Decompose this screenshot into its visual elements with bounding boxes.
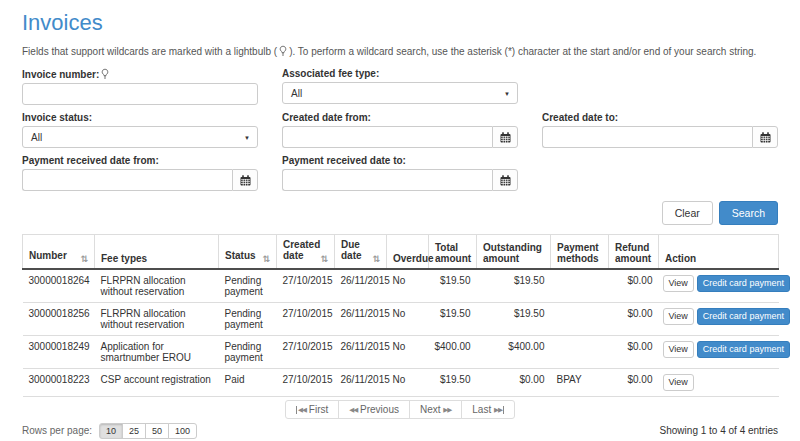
invoice-number-input[interactable] <box>22 83 258 105</box>
pagination-next-label: Next <box>420 404 441 415</box>
column-header-status[interactable]: Status⇅ <box>219 235 277 270</box>
payment-received-date-from-calendar-button[interactable] <box>232 169 258 191</box>
column-label: Outstanding amount <box>483 242 542 264</box>
column-label: Due date <box>341 239 362 261</box>
payment-received-date-to-input[interactable] <box>282 169 492 191</box>
search-actions: Clear Search <box>22 201 778 225</box>
cell-action: ViewCredit card payment <box>659 269 779 303</box>
created-date-from-input[interactable] <box>282 126 492 148</box>
table-row: 30000018256 FLRPRN allocation without re… <box>23 303 779 336</box>
cell-refund-amount: $0.00 <box>609 303 659 336</box>
invoice-status-label: Invoice status: <box>22 112 258 123</box>
rows-per-page-25-button[interactable]: 25 <box>122 423 146 439</box>
calendar-icon <box>500 132 511 143</box>
pagination-next-button[interactable]: Next ▶▶ <box>409 400 462 419</box>
cell-fee-types: FLRPRN allocation without reservation <box>95 269 219 303</box>
first-page-icon: ◀◀ <box>296 406 306 414</box>
view-button[interactable]: View <box>663 374 694 391</box>
rows-per-page-100-button[interactable]: 100 <box>168 423 197 439</box>
column-header-number[interactable]: Number⇅ <box>23 235 95 270</box>
created-date-to-calendar-button[interactable] <box>752 126 778 148</box>
column-header-action: Action <box>659 235 779 270</box>
cell-due-date: 26/11/2015 <box>335 369 387 397</box>
cell-outstanding-amount: $19.50 <box>477 269 551 303</box>
credit-card-payment-button[interactable]: Credit card payment <box>697 341 790 358</box>
created-date-from-calendar-button[interactable] <box>492 126 518 148</box>
payment-received-date-from-input[interactable] <box>22 169 232 191</box>
cell-number: 30000018223 <box>23 369 95 397</box>
sort-icon[interactable]: ⇅ <box>262 254 270 264</box>
pagination-first-label: First <box>309 404 328 415</box>
sort-icon[interactable]: ⇅ <box>372 254 380 264</box>
column-label: Overdue <box>393 253 434 264</box>
payment-received-date-to-field: Payment received date to: <box>282 155 518 191</box>
cell-status: Pending payment <box>219 303 277 336</box>
pagination-previous-label: Previous <box>360 404 399 415</box>
cell-outstanding-amount: $0.00 <box>477 369 551 397</box>
cell-payment-methods <box>551 336 609 369</box>
view-button[interactable]: View <box>663 308 694 325</box>
invoices-page: Invoices Fields that support wildcards a… <box>0 0 800 441</box>
pagination-last-label: Last <box>472 404 491 415</box>
invoice-status-select[interactable]: All ▼ <box>22 126 258 148</box>
cell-created-date: 27/10/2015 <box>277 303 335 336</box>
cell-due-date: 26/11/2015 <box>335 303 387 336</box>
wildcard-hint-suffix: ). To perform a wildcard search, use the… <box>289 46 756 57</box>
sort-icon[interactable]: ⇅ <box>80 254 88 264</box>
pagination-first-button[interactable]: ◀◀ First <box>285 400 339 419</box>
column-header-created-date[interactable]: Created date⇅ <box>277 235 335 270</box>
previous-page-icon: ◀◀ <box>349 406 357 414</box>
payment-received-date-to-label: Payment received date to: <box>282 155 518 166</box>
column-label: Total amount <box>435 242 471 264</box>
cell-due-date: 26/11/2015 <box>335 336 387 369</box>
column-header-overdue: Overdue <box>387 235 429 270</box>
rows-per-page-50-button[interactable]: 50 <box>145 423 169 439</box>
invoice-number-label-text: Invoice number: <box>22 69 99 80</box>
search-form: Invoice number: Associated fee type: All… <box>22 68 778 198</box>
cell-total-amount: $19.50 <box>429 303 477 336</box>
cell-payment-methods: BPAY <box>551 369 609 397</box>
created-date-to-input[interactable] <box>542 126 752 148</box>
rows-per-page-label: Rows per page: <box>22 425 92 436</box>
associated-fee-type-select[interactable]: All ▼ <box>282 82 518 104</box>
rows-per-page: Rows per page: 10 25 50 100 <box>22 423 197 439</box>
cell-number: 30000018249 <box>23 336 95 369</box>
column-header-outstanding-amount: Outstanding amount <box>477 235 551 270</box>
cell-action: ViewCredit card payment <box>659 336 779 369</box>
invoice-status-field: Invoice status: All ▼ <box>22 112 258 148</box>
invoice-number-field: Invoice number: <box>22 68 258 105</box>
wildcard-hint: Fields that support wildcards are marked… <box>22 45 778 57</box>
lightbulb-icon <box>101 68 109 80</box>
column-label: Number <box>29 250 67 261</box>
wildcard-hint-prefix: Fields that support wildcards are marked… <box>22 46 277 57</box>
view-button[interactable]: View <box>663 341 694 358</box>
associated-fee-type-value: All <box>291 88 302 99</box>
associated-fee-type-field: Associated fee type: All ▼ <box>282 68 518 105</box>
rows-per-page-10-button[interactable]: 10 <box>99 423 123 439</box>
pagination-last-button[interactable]: Last ▶▶ <box>461 400 515 419</box>
chevron-down-icon: ▼ <box>244 135 250 141</box>
cell-total-amount: $19.50 <box>429 369 477 397</box>
associated-fee-type-label: Associated fee type: <box>282 68 518 79</box>
pagination-previous-button[interactable]: ◀◀ Previous <box>338 400 410 419</box>
search-button[interactable]: Search <box>719 201 778 225</box>
cell-refund-amount: $0.00 <box>609 336 659 369</box>
cell-number: 30000018256 <box>23 303 95 336</box>
credit-card-payment-button[interactable]: Credit card payment <box>697 308 790 325</box>
column-header-total-amount: Total amount <box>429 235 477 270</box>
clear-button[interactable]: Clear <box>662 201 713 225</box>
page-title: Invoices <box>22 10 778 36</box>
column-header-due-date[interactable]: Due date⇅ <box>335 235 387 270</box>
created-date-from-label: Created date from: <box>282 112 518 123</box>
view-button[interactable]: View <box>663 275 694 292</box>
column-header-payment-methods: Payment methods <box>551 235 609 270</box>
credit-card-payment-button[interactable]: Credit card payment <box>697 275 790 292</box>
payment-received-date-to-calendar-button[interactable] <box>492 169 518 191</box>
column-label: Refund amount <box>615 242 651 264</box>
table-row: 30000018264 FLRPRN allocation without re… <box>23 269 779 303</box>
calendar-icon <box>240 175 251 186</box>
cell-action: View <box>659 369 779 397</box>
cell-status: Pending payment <box>219 336 277 369</box>
column-label: Status <box>225 250 256 261</box>
sort-icon[interactable]: ⇅ <box>320 254 328 264</box>
